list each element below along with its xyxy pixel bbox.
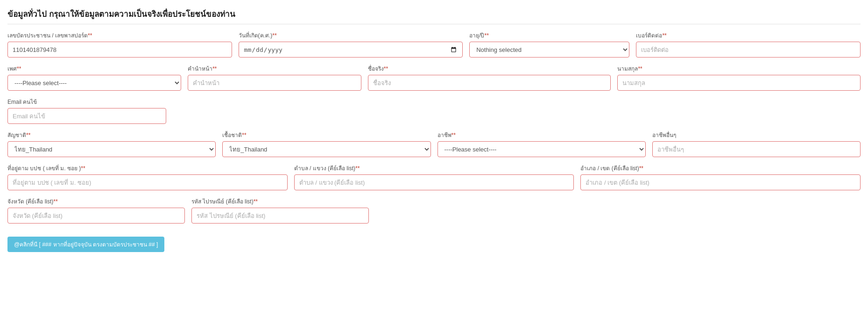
age-select[interactable]: Nothing selected bbox=[469, 42, 629, 58]
location-button[interactable]: @คลิกที่นี [ ### หากที่อยู่ปัจจุบัน ตรงต… bbox=[7, 237, 164, 252]
gender-label: เพศ** bbox=[7, 64, 181, 73]
ethnicity-label: เชื้อชาติ** bbox=[222, 130, 430, 139]
location-btn-container: @คลิกที่นี [ ### หากที่อยู่ปัจจุบัน ตรงต… bbox=[7, 230, 861, 252]
nationality-select[interactable]: ไทย_Thailand bbox=[7, 141, 216, 157]
page-title: ข้อมูลทั่วไป กรุณาให้ข้อมูลตามความเป็นจร… bbox=[7, 7, 861, 24]
postal-group: รหัส ไปรษณีย์ (คีย์เลือ list)** bbox=[191, 197, 369, 224]
occupation-label: อาชีพ** bbox=[438, 130, 646, 139]
id-group: เลขบัตรประชาชน / เลขพาสปอร์ต** bbox=[7, 31, 232, 58]
email-group: Email คนไข้ bbox=[7, 97, 166, 124]
form-row-3: Email คนไข้ bbox=[7, 97, 861, 124]
dob-input[interactable] bbox=[239, 42, 463, 58]
phone-group: เบอร์ติดต่อ** bbox=[636, 31, 861, 58]
postal-input[interactable] bbox=[191, 208, 369, 224]
occupation-select[interactable]: ----Please select---- bbox=[438, 141, 646, 157]
district-input[interactable] bbox=[580, 174, 861, 190]
subdistrict-label: ตำบล / แขวง (คีย์เลือ list)** bbox=[294, 164, 574, 173]
gender-select[interactable]: ----Please select---- bbox=[7, 75, 181, 91]
subdistrict-group: ตำบล / แขวง (คีย์เลือ list)** bbox=[294, 164, 574, 190]
form-row-1: เลขบัตรประชาชน / เลขพาสปอร์ต** วันที่เกิ… bbox=[7, 31, 861, 58]
ethnicity-group: เชื้อชาติ** ไทย_Thailand bbox=[222, 130, 430, 157]
phone-label: เบอร์ติดต่อ** bbox=[636, 31, 861, 40]
gender-group: เพศ** ----Please select---- bbox=[7, 64, 181, 91]
address-input[interactable] bbox=[7, 174, 288, 190]
occupation-group: อาชีพ** ----Please select---- bbox=[438, 130, 646, 157]
dob-group: วันที่เกิด(ค.ศ.)** bbox=[239, 31, 463, 58]
prefix-input[interactable] bbox=[188, 75, 361, 91]
form-row-5: ที่อยู่ตาม บปช ( เลขที่ ม. ซอย )** ตำบล … bbox=[7, 164, 861, 190]
phone-input[interactable] bbox=[636, 42, 861, 58]
age-group: อายุ/ปี** Nothing selected bbox=[469, 31, 629, 58]
lastname-group: นามสกุล** bbox=[617, 64, 861, 91]
firstname-input[interactable] bbox=[368, 75, 611, 91]
form-section: เลขบัตรประชาชน / เลขพาสปอร์ต** วันที่เกิ… bbox=[7, 31, 861, 252]
other-occupation-input[interactable] bbox=[652, 141, 861, 157]
firstname-label: ชื่อจริง** bbox=[368, 64, 611, 73]
prefix-label: คำนำหน้า** bbox=[188, 64, 361, 73]
ethnicity-select[interactable]: ไทย_Thailand bbox=[222, 141, 430, 157]
form-row-6: จังหวัด (คีย์เลือ list)** รหัส ไปรษณีย์ … bbox=[7, 197, 861, 224]
id-input[interactable] bbox=[7, 42, 232, 58]
form-row-2: เพศ** ----Please select---- คำนำหน้า** ช… bbox=[7, 64, 861, 91]
address-group: ที่อยู่ตาม บปช ( เลขที่ ม. ซอย )** bbox=[7, 164, 288, 190]
firstname-group: ชื่อจริง** bbox=[368, 64, 611, 91]
lastname-input[interactable] bbox=[617, 75, 861, 91]
email-input[interactable] bbox=[7, 108, 166, 124]
other-occupation-group: อาชีพอื่นๆ bbox=[652, 130, 861, 157]
subdistrict-input[interactable] bbox=[294, 174, 574, 190]
postal-label: รหัส ไปรษณีย์ (คีย์เลือ list)** bbox=[191, 197, 369, 206]
lastname-label: นามสกุล** bbox=[617, 64, 861, 73]
prefix-group: คำนำหน้า** bbox=[188, 64, 361, 91]
district-label: อำเภอ / เขต (คีย์เลือ list)** bbox=[580, 164, 861, 173]
province-label: จังหวัด (คีย์เลือ list)** bbox=[7, 197, 185, 206]
province-input[interactable] bbox=[7, 208, 185, 224]
district-group: อำเภอ / เขต (คีย์เลือ list)** bbox=[580, 164, 861, 190]
dob-label: วันที่เกิด(ค.ศ.)** bbox=[239, 31, 463, 40]
province-group: จังหวัด (คีย์เลือ list)** bbox=[7, 197, 185, 224]
address-label: ที่อยู่ตาม บปช ( เลขที่ ม. ซอย )** bbox=[7, 164, 288, 173]
form-row-4: สัญชาติ** ไทย_Thailand เชื้อชาติ** ไทย_T… bbox=[7, 130, 861, 157]
age-label: อายุ/ปี** bbox=[469, 31, 629, 40]
nationality-label: สัญชาติ** bbox=[7, 130, 216, 139]
other-occupation-label: อาชีพอื่นๆ bbox=[652, 130, 861, 139]
id-label: เลขบัตรประชาชน / เลขพาสปอร์ต** bbox=[7, 31, 232, 40]
email-label: Email คนไข้ bbox=[7, 97, 166, 106]
nationality-group: สัญชาติ** ไทย_Thailand bbox=[7, 130, 216, 157]
